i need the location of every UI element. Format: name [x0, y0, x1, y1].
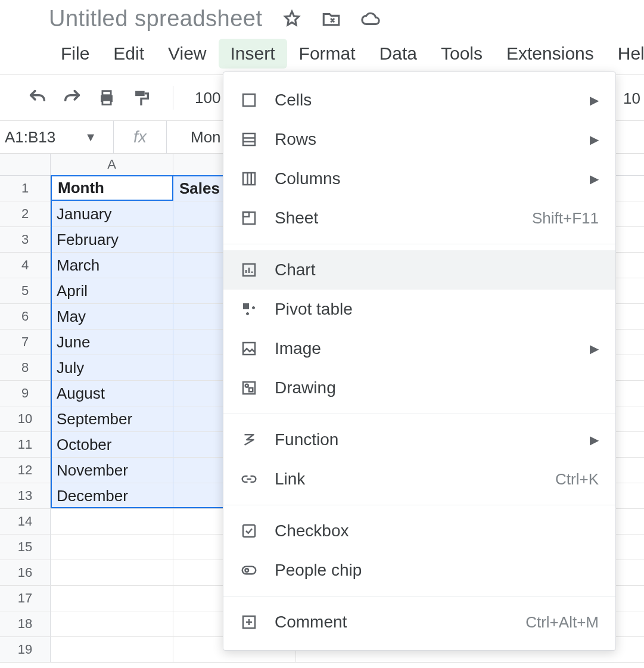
- cell[interactable]: December: [51, 483, 173, 508]
- cell[interactable]: [51, 611, 173, 636]
- row-header[interactable]: 16: [0, 560, 51, 585]
- svg-rect-10: [243, 173, 255, 185]
- cell[interactable]: August: [51, 381, 173, 406]
- row-header[interactable]: 9: [0, 381, 51, 406]
- insert-link[interactable]: Link Ctrl+K: [223, 459, 615, 499]
- insert-rows-label: Rows: [275, 130, 567, 149]
- paint-format-icon[interactable]: [131, 88, 151, 108]
- insert-function[interactable]: Function ▶: [223, 420, 615, 459]
- row-header[interactable]: 14: [0, 509, 51, 534]
- insert-comment-shortcut: Ctrl+Alt+M: [525, 613, 599, 632]
- insert-pivot-table-label: Pivot table: [275, 300, 599, 319]
- insert-function-label: Function: [275, 430, 567, 449]
- rows-icon: [240, 131, 258, 148]
- cell[interactable]: April: [51, 278, 173, 303]
- print-icon[interactable]: [97, 88, 117, 108]
- row-header[interactable]: 3: [0, 227, 51, 252]
- fx-label: fx: [113, 120, 167, 154]
- cell[interactable]: [51, 637, 173, 662]
- insert-comment[interactable]: Comment Ctrl+Alt+M: [223, 602, 615, 642]
- row-header[interactable]: 4: [0, 253, 51, 278]
- insert-chart-label: Chart: [275, 260, 599, 279]
- insert-drawing-label: Drawing: [275, 378, 599, 397]
- cell[interactable]: [51, 560, 173, 585]
- row-header[interactable]: 17: [0, 586, 51, 611]
- name-box-value: A1:B13: [5, 128, 55, 147]
- row-header[interactable]: 6: [0, 304, 51, 329]
- menu-view[interactable]: View: [156, 39, 218, 69]
- cell[interactable]: January: [51, 201, 173, 226]
- cell[interactable]: September: [51, 406, 173, 431]
- insert-drawing[interactable]: Drawing: [223, 368, 615, 408]
- cell[interactable]: [51, 586, 173, 611]
- row-header[interactable]: 2: [0, 201, 51, 226]
- select-all-corner[interactable]: [0, 154, 51, 175]
- insert-sheet-shortcut: Shift+F11: [532, 209, 599, 228]
- star-icon[interactable]: [282, 9, 302, 29]
- menu-help[interactable]: Help: [606, 39, 644, 69]
- menu-format[interactable]: Format: [287, 39, 368, 69]
- undo-icon[interactable]: [27, 88, 48, 108]
- comment-icon: [240, 613, 258, 631]
- insert-menu: Cells ▶ Rows ▶ Columns ▶ Sheet Shift+F11…: [223, 72, 616, 651]
- svg-rect-24: [243, 525, 255, 537]
- name-box[interactable]: A1:B13 ▼: [0, 128, 113, 147]
- cell[interactable]: [51, 535, 173, 560]
- row-header[interactable]: 10: [0, 406, 51, 431]
- insert-checkbox[interactable]: Checkbox: [223, 511, 615, 551]
- checkbox-icon: [240, 522, 258, 540]
- row-header[interactable]: 7: [0, 330, 51, 355]
- row-header[interactable]: 5: [0, 278, 51, 303]
- function-icon: [240, 431, 258, 449]
- insert-rows[interactable]: Rows ▶: [223, 120, 615, 159]
- cell[interactable]: November: [51, 458, 173, 483]
- insert-columns-label: Columns: [275, 169, 567, 188]
- cell[interactable]: [51, 509, 173, 534]
- row-header[interactable]: 1: [0, 176, 51, 201]
- insert-chart[interactable]: Chart: [223, 250, 615, 290]
- zoom-value[interactable]: 100: [195, 89, 220, 107]
- insert-columns[interactable]: Columns ▶: [223, 159, 615, 198]
- svg-rect-19: [243, 303, 249, 309]
- menu-data[interactable]: Data: [368, 39, 429, 69]
- row-header[interactable]: 8: [0, 355, 51, 380]
- row-header[interactable]: 15: [0, 535, 51, 560]
- formula-input[interactable]: Mon: [167, 128, 221, 147]
- row-header[interactable]: 12: [0, 458, 51, 483]
- doc-title[interactable]: Untitled spreadsheet: [49, 6, 263, 32]
- cell[interactable]: May: [51, 304, 173, 329]
- insert-people-chip[interactable]: People chip: [223, 551, 615, 590]
- svg-rect-23: [249, 388, 253, 392]
- sheet-icon: [240, 209, 258, 227]
- svg-rect-6: [243, 94, 255, 106]
- row-header[interactable]: 11: [0, 432, 51, 457]
- row-header[interactable]: 18: [0, 611, 51, 636]
- cell[interactable]: February: [51, 227, 173, 252]
- cell[interactable]: October: [51, 432, 173, 457]
- insert-image[interactable]: Image ▶: [223, 329, 615, 368]
- column-header-A[interactable]: A: [51, 154, 173, 175]
- drawing-icon: [240, 379, 258, 397]
- row-header[interactable]: 19: [0, 637, 51, 662]
- redo-icon[interactable]: [62, 88, 82, 108]
- insert-people-chip-label: People chip: [275, 561, 599, 580]
- cell[interactable]: July: [51, 355, 173, 380]
- move-to-folder-icon[interactable]: [321, 9, 341, 29]
- submenu-arrow-icon: ▶: [590, 341, 599, 356]
- menu-tools[interactable]: Tools: [429, 39, 494, 69]
- menu-insert[interactable]: Insert: [219, 39, 287, 69]
- menu-edit[interactable]: Edit: [101, 39, 156, 69]
- cloud-saved-icon[interactable]: [360, 9, 381, 29]
- row-header[interactable]: 13: [0, 483, 51, 508]
- name-box-dropdown-icon[interactable]: ▼: [85, 131, 97, 144]
- menu-file[interactable]: File: [49, 39, 101, 69]
- insert-pivot-table[interactable]: Pivot table: [223, 290, 615, 329]
- people-chip-icon: [240, 561, 258, 579]
- insert-cells[interactable]: Cells ▶: [223, 80, 615, 120]
- cell[interactable]: March: [51, 253, 173, 278]
- insert-sheet[interactable]: Sheet Shift+F11: [223, 198, 615, 238]
- cell[interactable]: June: [51, 330, 173, 355]
- svg-rect-4: [102, 91, 111, 95]
- cell[interactable]: Month: [51, 176, 173, 201]
- menu-extensions[interactable]: Extensions: [494, 39, 606, 69]
